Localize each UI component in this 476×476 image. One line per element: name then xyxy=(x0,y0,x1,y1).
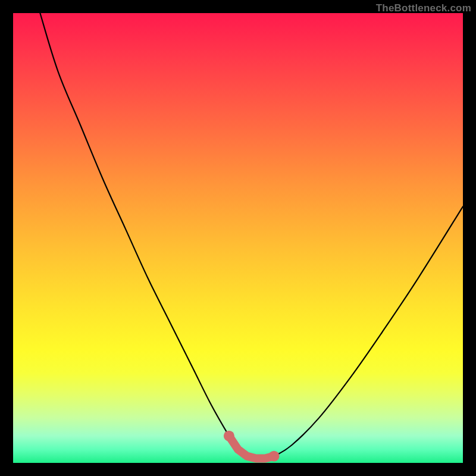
bottleneck-curve-path xyxy=(40,13,463,459)
watermark-text: TheBottleneck.com xyxy=(376,2,471,14)
optimal-range-marker-group xyxy=(224,431,280,462)
optimal-range-end-icon xyxy=(224,431,234,441)
optimal-range-segment xyxy=(229,436,274,459)
chart-canvas: TheBottleneck.com xyxy=(0,0,476,476)
optimal-range-end-icon xyxy=(268,451,279,462)
plot-area xyxy=(13,13,463,463)
chart-overlay-svg xyxy=(13,13,463,463)
